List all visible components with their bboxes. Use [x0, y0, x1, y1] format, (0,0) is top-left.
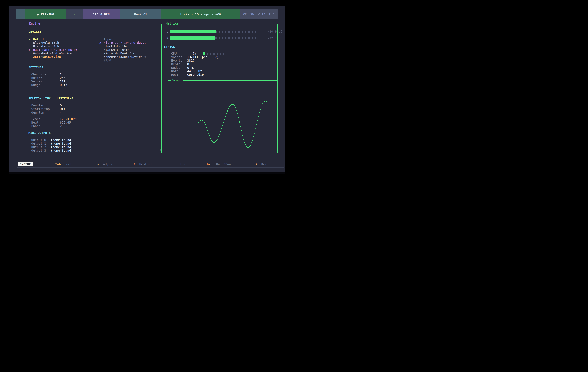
device-label: BlackHole 16ch	[104, 45, 130, 48]
input-column-header[interactable]: Input	[99, 38, 164, 41]
hint-key: h/p:	[207, 162, 214, 166]
scope-waveform-dot	[242, 135, 243, 136]
tempo-value[interactable]: 120.0 BPM	[60, 117, 76, 121]
setting-label: Buffer	[31, 76, 42, 80]
output-device-item[interactable]: WebexMediaAudioDevice	[28, 52, 93, 55]
device-label: BlackHole 64ch	[104, 48, 130, 52]
link-label: Enabled	[31, 104, 44, 107]
hint-hush-panic[interactable]: h/p: Hush/Panic	[207, 162, 235, 166]
scope-waveform-dot	[205, 124, 206, 125]
scope-waveform-dot	[176, 98, 176, 99]
output-device-item[interactable]: BlackHole 64ch	[28, 45, 93, 48]
hint-label	[101, 162, 103, 166]
pattern-label: kicks · 16 steps · #66	[180, 12, 221, 16]
setting-row: Channels2	[31, 73, 108, 76]
midi-output-row: Output 1(none found)	[31, 142, 108, 145]
scope-waveform-dot	[255, 128, 256, 130]
scope-waveform-dot	[226, 113, 227, 114]
input-device-item-active[interactable]: x Micro de « iPhone de...	[99, 41, 164, 45]
setting-label: Nudge	[31, 83, 41, 87]
phase-row: Phase2.65	[31, 124, 108, 128]
output-column-header[interactable]: > Output	[28, 38, 93, 41]
bank-display[interactable]: Bank 01	[120, 9, 161, 19]
hint-section[interactable]: Tab: Section	[55, 162, 77, 166]
scope-waveform-dot	[208, 132, 209, 134]
scope-waveform-dot	[232, 103, 233, 105]
scope-waveform-dot	[201, 120, 201, 121]
link-value[interactable]: Off	[60, 107, 65, 111]
scope-waveform-dot	[225, 116, 226, 117]
setting-value[interactable]: 256	[60, 76, 65, 80]
scope-waveform-dot	[202, 120, 202, 121]
bpm-display[interactable]: 120.0 BPM	[83, 9, 120, 19]
device-label: WebexMediaAudioDevice	[104, 55, 143, 59]
mode-badge: ENGINE	[18, 162, 33, 166]
setting-value[interactable]: 2	[60, 73, 62, 76]
scope-panel: Scope	[168, 80, 278, 150]
hint-label	[259, 162, 261, 166]
scope-waveform-dot	[193, 130, 193, 131]
scope-waveform-dot	[175, 95, 175, 96]
scope-waveform-dot	[218, 136, 219, 138]
output-device-item[interactable]: BlackHole 16ch	[28, 41, 93, 45]
hint-label	[137, 162, 139, 166]
scope-waveform-dot	[241, 131, 242, 131]
device-label: BlackHole 64ch	[33, 45, 59, 48]
scope-waveform-dot	[216, 140, 217, 141]
scope-waveform-dot	[217, 139, 218, 140]
scope-waveform-dot	[207, 130, 208, 131]
ableton-link-heading: ABLETON LINKLISTENING	[28, 96, 73, 100]
midi-output-label: Output 2	[31, 145, 46, 149]
scope-waveform-dot	[195, 127, 195, 128]
midi-outputs-heading: MIDI OUTPUTS	[28, 131, 51, 135]
hint-keys[interactable]: ?: Keys	[256, 162, 269, 166]
pattern-display[interactable]: kicks · 16 steps · #66	[161, 9, 240, 19]
input-device-item[interactable]: BlackHole 64ch	[99, 48, 164, 52]
scope-waveform-dot	[181, 117, 181, 118]
status-row: Depth0	[171, 62, 271, 66]
input-device-item[interactable]: WebexMediaAudioDevice ▼	[99, 55, 164, 59]
scope-waveform-dot	[213, 142, 214, 143]
topbar-left-pad	[16, 9, 25, 19]
scope-waveform-dot	[228, 108, 229, 109]
link-value[interactable]: On	[60, 104, 63, 107]
scope-waveform-dot	[269, 104, 269, 105]
input-device-item[interactable]: Micro MacBook Pro	[99, 52, 164, 55]
scope-waveform-dot	[259, 116, 259, 117]
midi-output-value: (none found)	[51, 142, 73, 145]
transport-status[interactable]: ▶ PLAYING	[25, 9, 66, 19]
scope-waveform-dot	[190, 134, 190, 135]
scope-waveform-dot	[224, 119, 225, 120]
scope-waveform-dot	[244, 142, 245, 143]
devices-divider	[27, 35, 162, 35]
scope-waveform-dot	[179, 109, 179, 110]
status-heading: STATUS	[164, 45, 175, 49]
meter-left-fill	[170, 30, 216, 33]
ableton-settings-list: EnabledOn Start/StopOff Quantum4	[31, 104, 108, 114]
scope-waveform-dot	[215, 141, 216, 142]
scroll-down-icon[interactable]: ▼	[144, 55, 146, 59]
devices-heading: DEVICES	[28, 30, 41, 33]
setting-value[interactable]: 0 ms	[60, 83, 67, 87]
hint-test[interactable]: t: Test	[174, 162, 187, 166]
link-value[interactable]: 4	[60, 111, 62, 114]
scope-waveform-dot	[247, 147, 248, 148]
output-device-item-highlighted[interactable]: ZoomAudioDevice	[28, 55, 93, 59]
meter-right-fill	[170, 36, 214, 40]
footer-bar: ENGINE Tab: Section ↔: Adjust R: Restart…	[17, 161, 284, 168]
input-device-item[interactable]: BlackHole 16ch	[99, 45, 164, 48]
phase-value: 2.65	[60, 124, 67, 128]
bank-label: Bank 01	[134, 12, 147, 16]
scope-waveform-dot	[184, 128, 184, 129]
scope-waveform-dot	[253, 136, 254, 137]
output-device-item-active[interactable]: x Haut-parleurs MacBook Pro	[28, 48, 93, 52]
active-device-x-icon: x	[28, 48, 33, 52]
scope-waveform-dot	[196, 125, 196, 126]
setting-value[interactable]: 111	[60, 80, 65, 83]
hint-adjust[interactable]: ↔: Adjust	[97, 162, 114, 166]
scope-waveform-dot	[179, 113, 180, 114]
scope-waveform-dot	[270, 106, 270, 107]
midi-output-row: Output 2(none found)	[31, 145, 108, 149]
scope-waveform-dot	[214, 142, 215, 143]
hint-restart[interactable]: R: Restart	[134, 162, 152, 166]
